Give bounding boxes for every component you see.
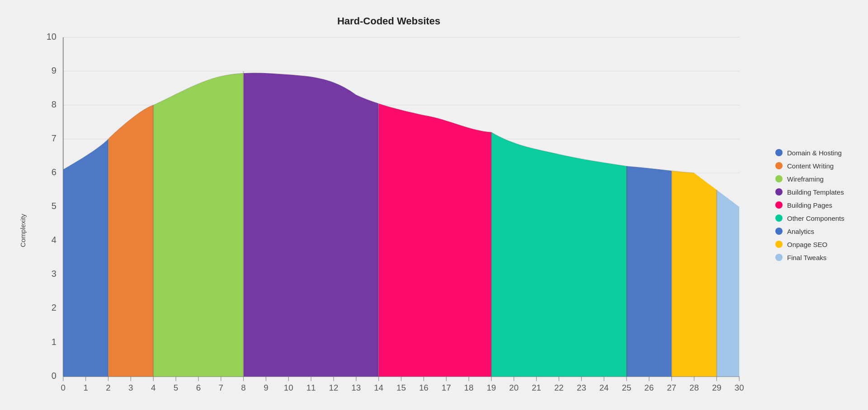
legend-dot-other-components: [775, 214, 783, 222]
svg-text:18: 18: [464, 383, 474, 392]
legend-dot-wireframing: [775, 175, 783, 182]
svg-text:27: 27: [667, 383, 676, 392]
y-axis-label: Complexity: [19, 214, 27, 247]
plot-area-container: 0 1 2 3 4 5 6 7 8 9 10: [29, 32, 762, 410]
legend-dot-onpage-seo: [775, 241, 783, 248]
svg-text:10: 10: [284, 383, 293, 392]
svg-text:9: 9: [52, 65, 57, 75]
svg-text:7: 7: [52, 133, 57, 143]
chart-wrapper: Hard-Coded Websites Complexity: [16, 15, 852, 395]
legend-label-onpage-seo: Onpage SEO: [787, 241, 827, 248]
svg-text:9: 9: [264, 383, 268, 392]
svg-text:24: 24: [599, 383, 609, 392]
svg-text:12: 12: [329, 383, 339, 392]
legend-item-content-writing: Content Writing: [775, 162, 852, 170]
svg-text:1: 1: [52, 337, 57, 347]
chart-svg: 0 1 2 3 4 5 6 7 8 9 10: [29, 32, 762, 410]
legend-item-building-pages: Building Pages: [775, 201, 852, 209]
legend-item-final-tweaks: Final Tweaks: [775, 254, 852, 261]
legend-label-analytics: Analytics: [787, 228, 814, 235]
svg-text:20: 20: [509, 383, 519, 392]
legend-label-other-components: Other Components: [787, 214, 844, 222]
legend-dot-analytics: [775, 228, 783, 235]
svg-text:4: 4: [151, 383, 156, 392]
svg-text:29: 29: [712, 383, 722, 392]
svg-text:23: 23: [577, 383, 586, 392]
legend-label-building-pages: Building Pages: [787, 201, 832, 209]
legend-item-building-templates: Building Templates: [775, 188, 852, 196]
svg-text:5: 5: [174, 383, 178, 392]
legend-item-wireframing: Wireframing: [775, 175, 852, 183]
legend-label-final-tweaks: Final Tweaks: [787, 254, 826, 261]
svg-text:22: 22: [554, 383, 564, 392]
legend-label-content-writing: Content Writing: [787, 162, 834, 170]
svg-text:1: 1: [83, 383, 88, 392]
svg-text:30: 30: [735, 383, 744, 392]
svg-text:14: 14: [374, 383, 383, 392]
svg-text:15: 15: [396, 383, 406, 392]
plot-area: 0 1 2 3 4 5 6 7 8 9 10: [29, 32, 762, 410]
svg-text:8: 8: [52, 99, 57, 109]
svg-text:10: 10: [47, 32, 57, 42]
svg-text:3: 3: [52, 269, 57, 279]
svg-text:6: 6: [52, 167, 57, 177]
chart-container: Hard-Coded Websites Complexity: [0, 0, 868, 410]
svg-text:0: 0: [52, 371, 57, 381]
legend-dot-building-templates: [775, 188, 783, 196]
svg-text:0: 0: [61, 383, 66, 392]
svg-text:6: 6: [196, 383, 201, 392]
legend-dot-domain-hosting: [775, 149, 783, 156]
legend-label-wireframing: Wireframing: [787, 175, 824, 183]
svg-text:11: 11: [307, 383, 316, 392]
legend-dot-building-pages: [775, 201, 783, 209]
svg-text:4: 4: [52, 235, 57, 245]
legend-item-analytics: Analytics: [775, 228, 852, 235]
chart-inner: Complexity: [16, 32, 762, 410]
svg-text:8: 8: [241, 383, 245, 392]
legend-item-onpage-seo: Onpage SEO: [775, 241, 852, 248]
legend-dot-final-tweaks: [775, 254, 783, 261]
svg-text:3: 3: [128, 383, 133, 392]
legend: Domain & Hosting Content Writing Wirefra…: [762, 149, 852, 261]
chart-title: Hard-Coded Websites: [337, 15, 440, 27]
svg-text:2: 2: [106, 383, 110, 392]
svg-text:17: 17: [442, 383, 451, 392]
svg-text:7: 7: [218, 383, 223, 392]
legend-item-other-components: Other Components: [775, 214, 852, 222]
legend-item-domain-hosting: Domain & Hosting: [775, 149, 852, 157]
svg-text:25: 25: [622, 383, 632, 392]
legend-label-building-templates: Building Templates: [787, 188, 844, 196]
chart-area: Hard-Coded Websites Complexity: [16, 15, 762, 395]
svg-text:26: 26: [644, 383, 654, 392]
svg-text:28: 28: [689, 383, 699, 392]
y-axis-label-container: Complexity: [16, 32, 29, 410]
svg-text:21: 21: [532, 383, 541, 392]
legend-label-domain-hosting: Domain & Hosting: [787, 149, 842, 157]
svg-text:2: 2: [52, 303, 57, 312]
svg-text:16: 16: [419, 383, 429, 392]
legend-dot-content-writing: [775, 162, 783, 169]
svg-text:19: 19: [486, 383, 496, 392]
svg-text:13: 13: [351, 383, 361, 392]
svg-text:5: 5: [52, 201, 57, 211]
